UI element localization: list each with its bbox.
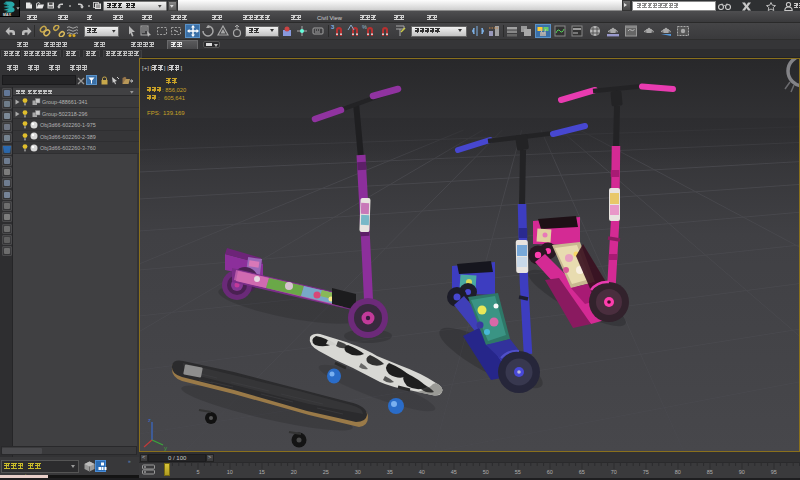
svg-text:y: y (164, 445, 167, 451)
svg-text:z: z (148, 417, 151, 423)
